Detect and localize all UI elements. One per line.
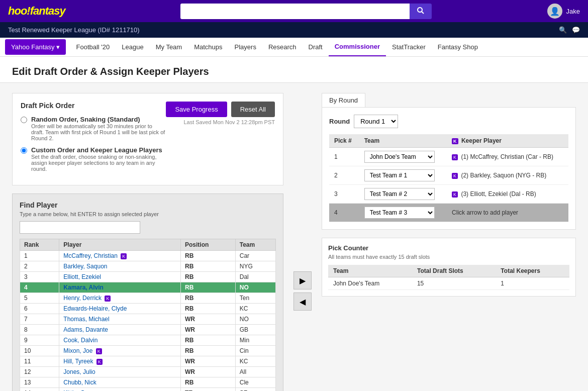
player-row[interactable]: 13 Chubb, Nick RB Cle [20,377,276,388]
player-rank: 13 [20,377,59,388]
yahoo-fantasy-button[interactable]: Yahoo Fantasy ▾ [5,39,66,55]
player-name: Kamara, Alvin [59,282,181,293]
find-player-input[interactable] [20,221,140,234]
nav-commissioner[interactable]: Commissioner [329,38,386,56]
keeper-icon: K [105,296,111,302]
pick-team-cell: Test Team # 2 [359,185,447,204]
player-team: SF [235,388,275,392]
pick-team-select[interactable]: John Doe's Team [364,151,435,163]
nav-myteam[interactable]: My Team [150,38,188,56]
player-row[interactable]: 4 Kamara, Alvin RB NO [20,282,276,293]
keeper-badge-cell: K [452,154,458,160]
player-row[interactable]: 9 Cook, Dalvin RB Min [20,335,276,346]
player-link[interactable]: Mixon, Joe [63,347,92,354]
player-rank: 8 [20,325,59,335]
player-row[interactable]: 8 Adams, Davante WR GB [20,325,276,335]
player-team: KC [235,356,275,367]
pick-team-select[interactable]: Test Team # 2 [364,188,435,200]
round-panel: Round Round 1 Round 2 Round 3 Pick # Tea… [322,107,576,230]
logo[interactable]: hoo!fantasy [8,5,65,18]
search-button[interactable] [410,4,432,19]
player-rank: 4 [20,282,59,293]
chevron-down-icon: ▾ [56,43,60,51]
round-select[interactable]: Round 1 Round 2 Round 3 [354,115,398,128]
player-table: Rank Player Position Team 1 McCaffrey, C… [20,239,276,391]
search-icon [417,7,425,15]
last-saved-text: Last Saved Mon Nov 2 12:28pm PST [183,119,275,125]
round-selector-row: Round Round 1 Round 2 Round 3 [329,115,568,128]
random-order-label[interactable]: Random Order, Snaking (Standard) [31,116,140,123]
save-progress-button[interactable]: Save Progress [166,102,227,117]
reset-all-button[interactable]: Reset All [231,102,275,117]
league-bar-icons: 🔍 💬 [559,26,580,34]
pick-counter-desc: All teams must have exactly 15 draft slo… [328,254,569,260]
player-team: Car [235,251,275,261]
player-link[interactable]: Henry, Derrick [63,295,102,302]
player-rank: 12 [20,367,59,377]
nav-research[interactable]: Research [262,38,303,56]
keeper-icon: K [96,348,102,354]
nav-football20[interactable]: Football '20 [70,38,116,56]
player-row[interactable]: 14 Kittle, George TE SF [20,388,276,392]
player-row[interactable]: 7 Thomas, Michael WR NO [20,314,276,325]
right-panel: By Round Round Round 1 Round 2 Round 3 P… [322,93,576,391]
search-icon-league[interactable]: 🔍 [559,26,567,34]
keeper-badge-header: K [452,138,458,144]
player-link[interactable]: Kamara, Alvin [63,284,104,291]
player-link[interactable]: Jones, Julio [63,368,95,375]
player-row[interactable]: 11 Hill, Tyreek K WR KC [20,356,276,367]
player-rank: 5 [20,293,59,304]
search-bar [180,4,432,19]
col-keeper-header: K Keeper Player [447,134,568,148]
player-link[interactable]: Adams, Davante [63,326,108,333]
arrow-up-button[interactable]: ▶ [293,271,312,289]
player-link[interactable]: Barkley, Saquon [63,263,107,270]
find-player-panel: Find Player Type a name below, hit ENTER… [12,193,283,391]
player-team: KC [235,304,275,314]
pick-team-select[interactable]: Test Team # 3 [364,207,435,219]
league-bar: Test Renewed Keeper League (ID# 1211710)… [0,22,588,38]
counter-row: John Doe's Team 15 1 [328,277,569,290]
nav-draft[interactable]: Draft [303,38,329,56]
player-name: Barkley, Saquon [59,261,181,272]
custom-order-radio[interactable] [21,147,27,154]
player-link[interactable]: Elliott, Ezekiel [63,273,101,280]
col-rank: Rank [20,239,59,251]
random-order-radio[interactable] [21,117,27,123]
nav-fantasy-shop[interactable]: Fantasy Shop [432,38,484,56]
player-link[interactable]: Chubb, Nick [63,379,96,386]
player-pos: WR [181,314,236,325]
pick-team-cell: Test Team # 3 [359,204,447,222]
custom-order-label[interactable]: Custom Order and Keeper League Players [31,146,162,154]
pick-team-select[interactable]: Test Team # 1 [364,169,435,181]
player-link[interactable]: Hill, Tyreek [63,358,93,365]
nav-league[interactable]: League [116,38,149,56]
player-link[interactable]: Thomas, Michael [63,316,109,323]
nav-players[interactable]: Players [229,38,262,56]
player-row[interactable]: 3 Elliott, Ezekiel RB Dal [20,272,276,282]
by-round-tab[interactable]: By Round [322,93,365,107]
player-rank: 10 [20,346,59,356]
nav-stattracker[interactable]: StatTracker [386,38,432,56]
pick-counter-title: Pick Counter [328,244,569,252]
player-row[interactable]: 6 Edwards-Helaire, Clyde RB KC [20,304,276,314]
player-row[interactable]: 10 Mixon, Joe K RB Cin [20,346,276,356]
player-name: Jones, Julio [59,367,181,377]
arrow-down-button[interactable]: ◀ [293,292,312,311]
player-row[interactable]: 5 Henry, Derrick K RB Ten [20,293,276,304]
svg-line-1 [422,12,424,14]
svg-point-0 [418,8,422,12]
search-input[interactable] [180,4,410,19]
player-row[interactable]: 2 Barkley, Saquon RB NYG [20,261,276,272]
keeper-player-cell: K (2) Barkley, Saquon (NYG - RB) [447,166,568,185]
player-link[interactable]: McCaffrey, Christian [63,252,118,259]
player-row[interactable]: 1 McCaffrey, Christian K RB Car [20,251,276,261]
nav-matchups[interactable]: Matchups [188,38,228,56]
chat-icon[interactable]: 💬 [572,26,580,34]
pick-row: 3 Test Team # 2 K (3) Elliott, Ezekiel (… [329,185,568,204]
player-row[interactable]: 12 Jones, Julio WR All [20,367,276,377]
draft-pick-order-title: Draft Pick Order [21,102,166,110]
picks-table: Pick # Team K Keeper Player 1 John Doe's… [329,134,568,222]
player-link[interactable]: Cook, Dalvin [63,337,97,344]
player-link[interactable]: Edwards-Helaire, Clyde [63,305,127,312]
